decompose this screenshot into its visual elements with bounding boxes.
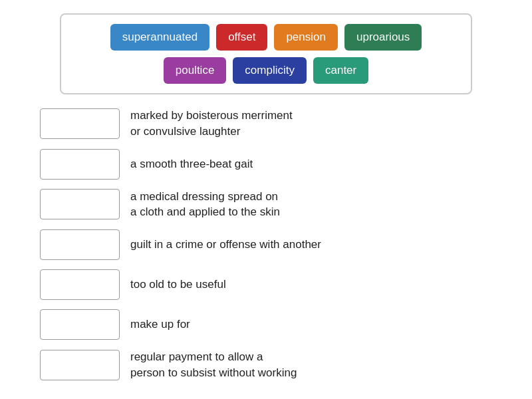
drop-target-5[interactable] [40,269,120,300]
definitions-list: marked by boisterous merriment or convul… [20,108,512,381]
word-bank-row-1: superannuatedoffsetpensionuproarious [72,24,460,51]
definition-text-1: marked by boisterous merriment or convul… [130,108,293,140]
definition-text-5: too old to be useful [130,277,226,293]
definition-row-6: make up for [40,309,512,340]
word-bank-row-2: poulticecomplicitycanter [72,57,460,84]
definition-text-3: a medical dressing spread on a cloth and… [130,189,280,221]
chip-uproarious[interactable]: uproarious [344,24,422,51]
chip-complicity[interactable]: complicity [233,57,307,84]
definition-row-3: a medical dressing spread on a cloth and… [40,189,512,221]
definition-row-4: guilt in a crime or offense with another [40,229,512,260]
drop-target-6[interactable] [40,309,120,340]
definition-text-2: a smooth three-beat gait [130,156,253,172]
definition-row-2: a smooth three-beat gait [40,149,512,180]
drop-target-3[interactable] [40,189,120,219]
definition-text-4: guilt in a crime or offense with another [130,237,321,253]
chip-poultice[interactable]: poultice [164,57,227,84]
drop-target-1[interactable] [40,108,120,139]
drop-target-2[interactable] [40,149,120,180]
definition-row-1: marked by boisterous merriment or convul… [40,108,512,140]
chip-offset[interactable]: offset [216,24,267,51]
word-bank: superannuatedoffsetpensionuproarious pou… [60,13,472,94]
definition-row-5: too old to be useful [40,269,512,300]
definition-text-7: regular payment to allow a person to sub… [130,349,297,381]
definition-text-6: make up for [130,317,190,332]
chip-superannuated[interactable]: superannuated [110,24,209,51]
drop-target-4[interactable] [40,229,120,260]
definition-row-7: regular payment to allow a person to sub… [40,349,512,381]
chip-pension[interactable]: pension [274,24,338,51]
chip-canter[interactable]: canter [313,57,368,84]
drop-target-7[interactable] [40,350,120,380]
page: superannuatedoffsetpensionuproarious pou… [0,0,532,394]
